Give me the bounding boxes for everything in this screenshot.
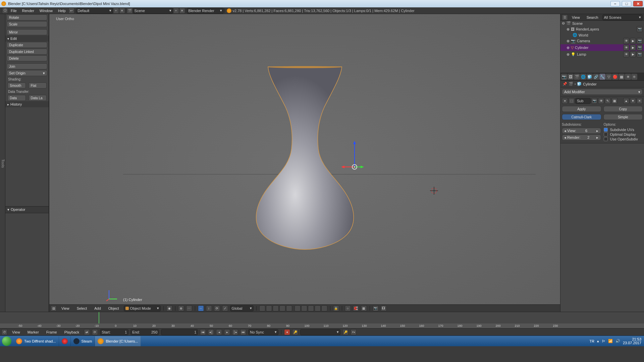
tab-material[interactable]: 🔴 (612, 74, 618, 80)
mod-render-toggle[interactable]: 📷 (591, 98, 597, 104)
keyframe-insert-icon[interactable]: 🔑 (342, 329, 348, 335)
manipulator-toggle[interactable]: ↔ (198, 305, 204, 311)
transform-manipulator[interactable] (341, 140, 368, 170)
vis-icon[interactable]: 👁 (623, 51, 629, 57)
data-layout-button[interactable]: Data La (29, 95, 47, 101)
snap-type-icon[interactable]: ▦ (361, 305, 367, 311)
tab-texture[interactable]: ▦ (619, 74, 625, 80)
start-button[interactable] (0, 336, 13, 347)
editor-type-icon[interactable]: ⓘ (2, 8, 8, 14)
editor-3dview-icon[interactable]: ▤ (51, 305, 57, 311)
tab-scene[interactable]: 🎬 (574, 74, 580, 80)
taskbar-steam[interactable]: Steam (71, 336, 95, 346)
shade-flat-button[interactable]: Flat (29, 82, 47, 88)
mod-edit-toggle[interactable]: ✎ (605, 98, 611, 104)
render-preview-icon[interactable]: 📷 (373, 305, 379, 311)
catmull-clark-button[interactable]: Catmull-Clark (562, 114, 601, 120)
shade-smooth-button[interactable]: Smooth (7, 82, 26, 88)
vp-menu-view[interactable]: View (59, 305, 72, 312)
rend-icon[interactable]: 📷 (637, 51, 643, 57)
del-layout-icon[interactable]: ✕ (119, 8, 125, 14)
data-button[interactable]: Data (7, 95, 26, 101)
vp-menu-object[interactable]: Object (106, 305, 122, 312)
screen-layout-dropdown[interactable]: Default▾ (76, 8, 113, 14)
apply-button[interactable]: Apply (562, 106, 601, 112)
tl-menu-playback[interactable]: Playback (62, 329, 82, 336)
vis-icon[interactable]: 👁 (623, 45, 629, 51)
pin-icon[interactable]: 📌 (562, 82, 567, 86)
outliner-world[interactable]: 🌐World (560, 33, 644, 38)
mod-collapse-icon[interactable]: ▾ (562, 98, 568, 104)
sel-icon[interactable]: ▶ (630, 51, 636, 57)
mod-movedown-icon[interactable]: ▼ (630, 98, 636, 104)
mod-name-field[interactable]: Sub (575, 98, 591, 104)
play-icon[interactable]: ▸ (224, 329, 230, 335)
orientation-dropdown[interactable]: Global▾ (230, 305, 254, 311)
jump-end-icon[interactable]: ⏭ (240, 329, 246, 335)
timeline-editor[interactable]: -50-40-30-20-100102030405060708090100110… (0, 312, 644, 336)
maximize-button[interactable]: □ (622, 1, 631, 6)
renderlayers-rest-icon[interactable]: 📷 (637, 26, 643, 32)
rend-icon[interactable]: 📷 (637, 45, 643, 51)
sel-icon[interactable]: ▶ (630, 38, 636, 44)
outliner-renderlayers[interactable]: ⊕🖼RenderLayers📷 (560, 26, 644, 33)
mod-view-toggle[interactable]: 👁 (598, 98, 604, 104)
tl-autoplay-icon[interactable]: ⟳ (92, 329, 98, 335)
tab-renderlayers[interactable]: 🖼 (568, 74, 574, 80)
lock-camera-icon[interactable]: 🔒 (333, 305, 339, 311)
duplicate-linked-button[interactable]: Duplicate Linked (7, 49, 47, 55)
minimize-button[interactable]: – (610, 1, 620, 6)
rend-icon[interactable]: 📷 (637, 38, 643, 44)
tab-object[interactable]: 🧊 (587, 74, 593, 80)
rotate-button[interactable]: Rotate (7, 14, 47, 20)
add-modifier-dropdown[interactable]: Add Modifier▾ (562, 89, 643, 95)
tab-particles[interactable]: ✳ (625, 74, 631, 80)
menu-help[interactable]: Help (55, 7, 68, 14)
back-to-prev-icon[interactable]: ↩ (68, 8, 74, 14)
copy-button[interactable]: Copy (603, 106, 643, 112)
current-frame-field[interactable]: 1 (161, 329, 198, 335)
vp-menu-add[interactable]: Add (92, 305, 104, 312)
keying-set-icon[interactable]: 🔑 (292, 329, 298, 335)
subdiv-uv-check[interactable] (604, 128, 608, 132)
outliner-editor-icon[interactable]: ☰ (562, 14, 568, 20)
toolshelf-tabs[interactable]: Tools (0, 14, 5, 312)
close-button[interactable]: ✕ (633, 1, 643, 6)
tl-menu-view[interactable]: View (9, 329, 23, 336)
keyframe-prev-icon[interactable]: ◂│ (208, 329, 214, 335)
prop-edit-icon[interactable]: ○ (345, 305, 351, 311)
timeline-editor-icon[interactable]: ⏱ (1, 329, 7, 335)
render-subdiv-field[interactable]: ◂ Render:2▸ (562, 134, 601, 140)
pivot-align-toggle[interactable]: ⋯ (186, 305, 192, 311)
taskbar-opera[interactable] (59, 336, 71, 346)
tab-data[interactable]: ▽ (606, 74, 612, 80)
scene-dropdown[interactable]: Scene▾ (133, 8, 173, 14)
taskbar-firefox[interactable]: Two Diffrent shad... (13, 336, 59, 346)
manip-translate-icon[interactable]: ↕ (206, 305, 212, 311)
render-anim-icon[interactable]: 🎞 (381, 305, 387, 311)
manip-scale-icon[interactable]: ⤢ (222, 305, 228, 311)
add-scene-icon[interactable]: + (173, 8, 179, 14)
manip-rotate-icon[interactable]: ⟳ (214, 305, 220, 311)
scale-button[interactable]: Scale (7, 21, 47, 27)
delete-button[interactable]: Delete (7, 55, 47, 61)
tray-network-icon[interactable]: 📶 (608, 339, 613, 343)
jump-start-icon[interactable]: ⏮ (200, 329, 206, 335)
mod-cage-toggle[interactable]: ▦ (611, 98, 618, 104)
mod-moveup-icon[interactable]: ▲ (623, 98, 629, 104)
tl-menu-marker[interactable]: Marker (25, 329, 42, 336)
layer-buttons[interactable] (259, 305, 327, 311)
add-layout-icon[interactable]: + (113, 8, 119, 14)
del-scene-icon[interactable]: ✕ (179, 8, 185, 14)
autokey-toggle[interactable]: ● (284, 329, 290, 335)
keyframe-delete-icon[interactable]: 🗝 (351, 329, 357, 335)
shading-dropdown[interactable]: ◉ (166, 305, 172, 311)
opensubdiv-check[interactable] (604, 137, 608, 141)
view-subdiv-field[interactable]: ◂ View:6▸ (562, 128, 601, 134)
properties-tabs[interactable]: 📷 🖼 🎬 🌐 🧊 🔗 🔧 ▽ 🔴 ▦ ✳ ⚛ (560, 73, 644, 81)
tab-world[interactable]: 🌐 (580, 74, 586, 80)
set-origin-dropdown[interactable]: Set Origin▾ (7, 70, 47, 76)
render-engine-dropdown[interactable]: Blender Render▾ (187, 8, 224, 14)
optimal-display-check[interactable] (604, 132, 608, 136)
system-tray[interactable]: TR ▴ 🏳 📶 🔊 21:53 23.07.2017 (587, 338, 644, 345)
